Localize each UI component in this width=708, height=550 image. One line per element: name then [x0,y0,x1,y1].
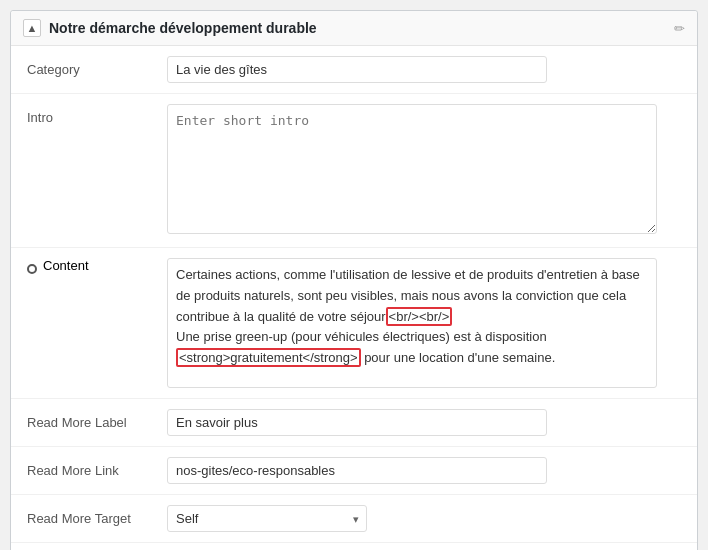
read-more-label-row: Read More Label [11,399,697,447]
content-display[interactable]: Certaines actions, comme l'utilisation d… [167,258,657,388]
read-more-classes-row: Read More Classes button × fa-chevron-ci… [11,543,697,550]
intro-textarea[interactable] [167,104,657,234]
content-label-wrap: Content [27,258,167,274]
read-more-link-field-wrap [167,457,681,484]
read-more-link-row: Read More Link [11,447,697,495]
panel-toggle-icon: ▲ [27,22,38,34]
content-field-wrap: Certaines actions, comme l'utilisation d… [167,258,657,388]
category-label: Category [27,56,167,77]
content-label: Content [43,258,89,273]
category-input[interactable] [167,56,547,83]
intro-row: Intro [11,94,697,248]
panel-toggle-button[interactable]: ▲ [23,19,41,37]
panel-title: Notre démarche développement durable [49,20,668,36]
content-highlight1: <br/><br/> [386,307,453,326]
content-text-after: pour une location d'une semaine. [361,350,556,365]
read-more-link-label: Read More Link [27,457,167,478]
category-row: Category [11,46,697,94]
read-more-target-field-wrap: Self _blank _parent _top ▾ [167,505,681,532]
content-highlight2: <strong>gratuitement</strong> [176,348,361,367]
intro-field-wrap [167,104,681,237]
content-row: Content Certaines actions, comme l'utili… [11,248,697,399]
content-dot-icon [27,264,37,274]
read-more-target-select[interactable]: Self _blank _parent _top [167,505,367,532]
read-more-label-input[interactable] [167,409,547,436]
content-text-middle: Une prise green-up (pour véhicules élect… [176,329,547,344]
intro-label: Intro [27,104,167,125]
panel-header: ▲ Notre démarche développement durable ✏ [11,11,697,46]
category-field-wrap [167,56,681,83]
panel: ▲ Notre démarche développement durable ✏… [10,10,698,550]
read-more-label-field-wrap [167,409,681,436]
read-more-label-label: Read More Label [27,409,167,430]
read-more-target-select-wrap: Self _blank _parent _top ▾ [167,505,367,532]
panel-edit-icon[interactable]: ✏ [674,21,685,36]
read-more-target-label: Read More Target [27,505,167,526]
read-more-target-row: Read More Target Self _blank _parent _to… [11,495,697,543]
read-more-link-input[interactable] [167,457,547,484]
